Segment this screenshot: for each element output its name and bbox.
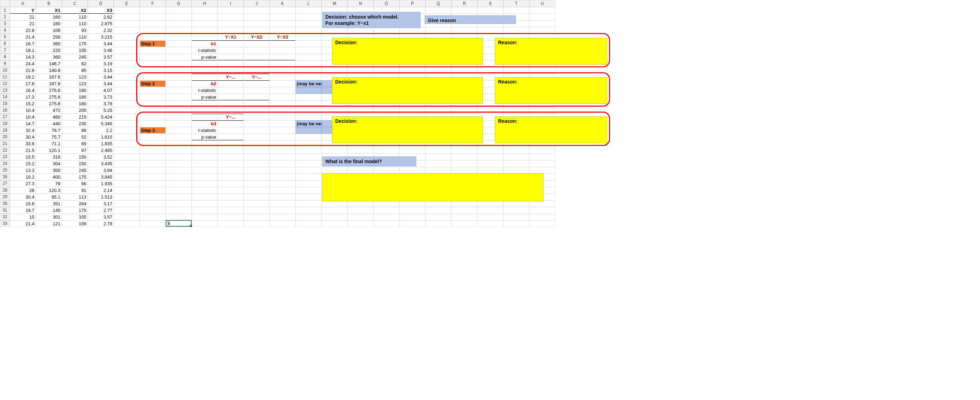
cell[interactable] <box>529 21 555 27</box>
cell[interactable]: 2.875 <box>88 21 114 27</box>
cell[interactable]: 1.513 <box>88 194 114 200</box>
col-header-P[interactable]: P <box>399 0 425 7</box>
step2-reason-box[interactable]: Reason: <box>495 77 607 104</box>
row-header-3[interactable]: 3 <box>0 21 10 27</box>
cell[interactable] <box>218 214 243 221</box>
cell[interactable] <box>140 187 165 194</box>
cell[interactable] <box>243 87 270 94</box>
cell[interactable] <box>452 160 477 167</box>
cell[interactable] <box>270 194 296 200</box>
cell[interactable] <box>114 134 140 140</box>
cell[interactable] <box>243 140 270 147</box>
cell[interactable] <box>347 207 374 214</box>
cell[interactable] <box>218 7 243 14</box>
cell[interactable] <box>218 140 243 147</box>
cell[interactable] <box>165 14 192 21</box>
cell[interactable]: 4.07 <box>88 87 114 94</box>
col-header-O[interactable]: O <box>374 0 399 7</box>
cell[interactable]: 400 <box>36 174 62 180</box>
cell[interactable]: 3.46 <box>88 47 114 54</box>
cell[interactable]: 3.17 <box>88 200 114 207</box>
cell[interactable] <box>270 60 296 67</box>
cell[interactable]: 3.215 <box>88 34 114 40</box>
cell[interactable] <box>114 7 140 14</box>
cell[interactable] <box>243 7 270 14</box>
cell[interactable] <box>165 167 192 174</box>
cell[interactable] <box>165 127 192 134</box>
cell[interactable] <box>321 147 347 154</box>
row-header-16[interactable]: 16 <box>0 107 10 114</box>
cell[interactable]: X3 <box>88 7 114 14</box>
cell[interactable] <box>218 47 243 54</box>
cell[interactable]: 2.78 <box>88 221 114 227</box>
cell[interactable] <box>192 114 218 121</box>
cell[interactable]: 180 <box>62 100 88 107</box>
cell[interactable] <box>114 207 140 214</box>
row-header-22[interactable]: 22 <box>0 147 10 154</box>
row-header-30[interactable]: 30 <box>0 200 10 207</box>
cell[interactable] <box>243 147 270 154</box>
cell[interactable] <box>114 94 140 100</box>
cell[interactable] <box>165 147 192 154</box>
cell[interactable] <box>243 194 270 200</box>
cell[interactable] <box>270 74 296 80</box>
row-header-2[interactable]: 2 <box>0 14 10 21</box>
cell[interactable] <box>243 107 270 114</box>
cell[interactable] <box>165 207 192 214</box>
cell[interactable]: 95.1 <box>36 194 62 200</box>
cell[interactable] <box>243 154 270 160</box>
cell[interactable] <box>477 167 503 174</box>
cell[interactable] <box>296 221 321 227</box>
cell[interactable] <box>270 80 296 87</box>
cell[interactable]: 110 <box>62 21 88 27</box>
cell[interactable] <box>192 174 218 180</box>
cell[interactable]: 5.424 <box>88 114 114 121</box>
cell[interactable]: 1.835 <box>88 140 114 147</box>
cell[interactable] <box>296 167 321 174</box>
cell[interactable] <box>347 67 374 74</box>
cell[interactable] <box>114 160 140 167</box>
cell[interactable]: 109 <box>62 221 88 227</box>
cell[interactable] <box>165 34 192 40</box>
cell[interactable] <box>140 180 165 187</box>
cell[interactable]: Step 3 <box>140 127 165 134</box>
cell[interactable]: 335 <box>62 214 88 221</box>
cell[interactable] <box>270 200 296 207</box>
cell[interactable]: t-statistic <box>192 47 218 54</box>
cell[interactable]: 21 <box>10 21 36 27</box>
cell[interactable]: 32.4 <box>10 127 36 134</box>
cell[interactable] <box>218 100 243 107</box>
cell[interactable]: Y~X3 <box>270 34 296 40</box>
row-header-8[interactable]: 8 <box>0 54 10 60</box>
cell[interactable] <box>243 60 270 67</box>
cell[interactable]: 15.2 <box>10 100 36 107</box>
cell[interactable]: 3.19 <box>88 60 114 67</box>
cell[interactable]: 123 <box>62 74 88 80</box>
cell[interactable] <box>140 107 165 114</box>
col-header-Q[interactable]: Q <box>425 0 452 7</box>
cell[interactable] <box>243 80 270 87</box>
cell[interactable] <box>114 140 140 147</box>
cell[interactable] <box>218 67 243 74</box>
cell[interactable] <box>218 134 243 140</box>
cell[interactable] <box>503 154 529 160</box>
cell[interactable] <box>296 47 321 54</box>
cell[interactable] <box>425 67 452 74</box>
cell[interactable] <box>270 40 296 47</box>
cell[interactable] <box>243 67 270 74</box>
cell[interactable] <box>165 54 192 60</box>
cell[interactable]: 10.4 <box>10 107 36 114</box>
cell[interactable] <box>114 54 140 60</box>
cell[interactable] <box>140 147 165 154</box>
cell[interactable] <box>296 140 321 147</box>
cell[interactable] <box>270 121 296 127</box>
cell[interactable] <box>165 134 192 140</box>
cell[interactable] <box>296 187 321 194</box>
cell[interactable]: p-value <box>192 134 218 140</box>
cell[interactable] <box>503 7 529 14</box>
cell[interactable]: 440 <box>36 121 62 127</box>
cell[interactable]: 180 <box>62 94 88 100</box>
cell[interactable] <box>192 214 218 221</box>
cell[interactable]: 21.5 <box>10 147 36 154</box>
cell[interactable] <box>296 100 321 107</box>
